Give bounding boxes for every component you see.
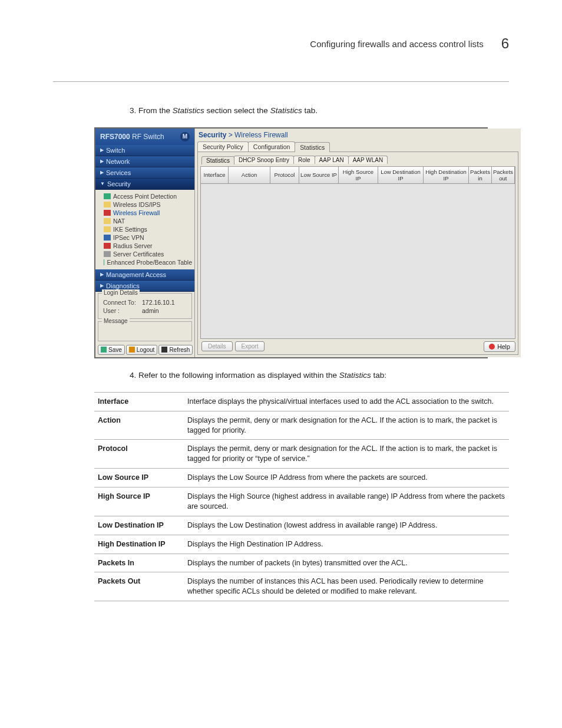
- field-term: High Destination IP: [94, 535, 184, 554]
- firewall-icon: [104, 210, 111, 216]
- subtab-role[interactable]: Role: [293, 156, 315, 164]
- field-term: Low Source IP: [94, 469, 184, 487]
- tree-enhanced-probe[interactable]: Enhanced Probe/Beacon Table: [104, 258, 192, 266]
- table-row: Low Destination IPDisplays the Low Desti…: [94, 516, 509, 535]
- field-term: Low Destination IP: [94, 516, 184, 535]
- field-description: Displays the High Source (highest addres…: [184, 487, 509, 516]
- statistics-grid: Interface Action Protocol Low Source IP …: [200, 166, 515, 339]
- breadcrumb: Security > Wireless Firewall: [195, 129, 521, 141]
- tree-ike-settings[interactable]: IKE Settings: [104, 225, 192, 233]
- main-tabs: Security Policy Configuration Statistics: [195, 141, 521, 151]
- col-action[interactable]: Action: [229, 167, 270, 184]
- tree-server-certificates[interactable]: Server Certificates: [104, 250, 192, 258]
- field-term: Action: [94, 411, 184, 440]
- chevron-right-icon: ▶: [100, 159, 104, 164]
- beacon-icon: [104, 259, 104, 265]
- main-panel: Security > Wireless Firewall Security Po…: [195, 129, 521, 357]
- certificate-icon: [104, 251, 111, 257]
- chevron-down-icon: ▼: [100, 181, 105, 186]
- subtab-statistics[interactable]: Statistics: [201, 156, 234, 164]
- product-name: RFS7000 RF Switch: [100, 133, 164, 141]
- field-term: Interface: [94, 392, 184, 411]
- field-description: Displays the Low Destination (lowest add…: [184, 516, 509, 535]
- tree-nat[interactable]: NAT: [104, 217, 192, 225]
- table-row: InterfaceInterface displays the physical…: [94, 392, 509, 411]
- tree-access-point-detection[interactable]: Access Point Detection: [104, 192, 192, 200]
- table-row: Packets InDisplays the number of packets…: [94, 554, 509, 572]
- security-subtree: Access Point Detection Wireless IDS/IPS …: [95, 190, 194, 269]
- message-box: Message: [98, 321, 192, 341]
- save-button[interactable]: Save: [98, 345, 125, 355]
- message-legend: Message: [102, 318, 130, 324]
- field-description: Displays the Low Source IP Address from …: [184, 469, 509, 487]
- nav-switch[interactable]: ▶Switch: [95, 145, 194, 156]
- login-user-value: admin: [142, 307, 159, 314]
- vpn-icon: [104, 235, 111, 241]
- chapter-number: 6: [501, 35, 509, 52]
- details-button[interactable]: Details: [201, 341, 233, 351]
- field-term: High Source IP: [94, 487, 184, 516]
- help-button[interactable]: Help: [484, 341, 515, 352]
- field-description: Displays the permit, deny or mark design…: [184, 411, 509, 440]
- col-protocol[interactable]: Protocol: [270, 167, 299, 184]
- col-high-destination-ip[interactable]: High Destination IP: [424, 167, 469, 184]
- chevron-right-icon: ▶: [100, 147, 104, 153]
- subtab-aap-lan[interactable]: AAP LAN: [315, 156, 349, 164]
- field-description: Interface displays the physical/virtual …: [184, 392, 509, 411]
- field-description: Displays the number of instances this AC…: [184, 572, 509, 601]
- subtab-aap-wlan[interactable]: AAP WLAN: [348, 156, 388, 164]
- field-description-table: InterfaceInterface displays the physical…: [94, 392, 509, 601]
- chevron-right-icon: ▶: [100, 272, 104, 277]
- col-low-source-ip[interactable]: Low Source IP: [299, 167, 339, 184]
- refresh-icon: [161, 347, 167, 353]
- help-icon: [489, 344, 495, 350]
- table-row: High Destination IPDisplays the High Des…: [94, 535, 509, 554]
- nav-services[interactable]: ▶Services: [95, 167, 194, 179]
- shield-icon: [104, 202, 111, 207]
- login-legend: Login Details: [102, 289, 140, 296]
- field-description: Displays the permit, deny or mark design…: [184, 440, 509, 469]
- tree-ipsec-vpn[interactable]: IPSec VPN: [104, 233, 192, 242]
- col-interface[interactable]: Interface: [201, 167, 229, 184]
- server-icon: [104, 243, 111, 249]
- tree-wireless-ids-ips[interactable]: Wireless IDS/IPS: [104, 200, 192, 209]
- table-row: Packets OutDisplays the number of instan…: [94, 572, 509, 601]
- logout-button[interactable]: Logout: [126, 345, 158, 355]
- page-header-title: Configuring firewalls and access control…: [310, 39, 483, 49]
- refresh-button[interactable]: Refresh: [158, 345, 193, 355]
- field-term: Packets Out: [94, 572, 184, 601]
- tree-radius-server[interactable]: Radius Server: [104, 242, 192, 250]
- logout-icon: [129, 347, 135, 353]
- tab-security-policy[interactable]: Security Policy: [197, 141, 249, 151]
- tab-configuration[interactable]: Configuration: [248, 141, 295, 151]
- nav-security[interactable]: ▼Security: [95, 179, 194, 190]
- header-rule: [53, 81, 509, 82]
- nav-management-access[interactable]: ▶Management Access: [95, 269, 194, 281]
- tab-statistics[interactable]: Statistics: [295, 142, 330, 152]
- subtab-dhcp-snoop[interactable]: DHCP Snoop Entry: [234, 156, 294, 164]
- sidebar: RFS7000 RF Switch M ▶Switch ▶Network ▶Se…: [95, 129, 195, 357]
- table-row: Low Source IPDisplays the Low Source IP …: [94, 469, 509, 487]
- save-icon: [101, 347, 107, 353]
- col-low-destination-ip[interactable]: Low Destination IP: [378, 167, 424, 184]
- col-high-source-ip[interactable]: High Source IP: [339, 167, 378, 184]
- chevron-right-icon: ▶: [100, 283, 104, 288]
- table-row: ProtocolDisplays the permit, deny or mar…: [94, 440, 509, 469]
- step-4: 4. Refer to the following information as…: [130, 370, 509, 381]
- col-packets-in[interactable]: Packets in: [469, 167, 492, 184]
- field-description: Displays the High Destination IP Address…: [184, 535, 509, 554]
- col-packets-out[interactable]: Packets out: [492, 167, 515, 184]
- login-user-label: User :: [103, 307, 138, 314]
- nav-network[interactable]: ▶Network: [95, 156, 194, 167]
- login-details-box: Login Details Connect To:172.16.10.1 Use…: [98, 293, 192, 319]
- ap-icon: [104, 193, 111, 199]
- login-connect-label: Connect To:: [103, 299, 138, 306]
- sub-tabs: Statistics DHCP Snoop Entry Role AAP LAN…: [201, 156, 514, 164]
- field-description: Displays the number of packets (in bytes…: [184, 554, 509, 572]
- app-screenshot: RFS7000 RF Switch M ▶Switch ▶Network ▶Se…: [94, 127, 488, 358]
- tree-wireless-firewall[interactable]: Wireless Firewall: [104, 209, 192, 217]
- export-button[interactable]: Export: [235, 341, 265, 351]
- table-row: ActionDisplays the permit, deny or mark …: [94, 411, 509, 440]
- tab-panel: Statistics DHCP Snoop Entry Role AAP LAN…: [197, 151, 518, 355]
- field-term: Packets In: [94, 554, 184, 572]
